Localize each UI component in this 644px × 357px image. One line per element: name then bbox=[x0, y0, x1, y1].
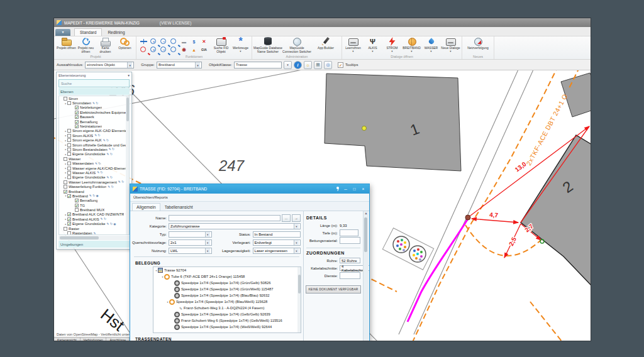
ribbon-button[interactable]: Leerrohren ▾ bbox=[343, 36, 363, 53]
layer-action-icons[interactable]: ✎ ↻ bbox=[95, 162, 101, 165]
map-view-tab[interactable]: Anschlüsse bbox=[106, 338, 130, 341]
layer-action-icons[interactable]: ✎ ↻ bbox=[94, 134, 100, 137]
layer-tree-item[interactable]: ✓ Breitband bbox=[60, 189, 129, 194]
ribbon-button[interactable]: * Werkzeuge ▾ bbox=[231, 36, 250, 54]
layer-checkbox[interactable]: ✓ bbox=[75, 115, 79, 119]
map-tool-button[interactable]: $ bbox=[189, 38, 199, 45]
layer-checkbox[interactable]: ✓ bbox=[67, 194, 71, 198]
layer-action-icons[interactable]: ✎ ↻ bbox=[97, 171, 103, 174]
selected-trasse-line[interactable] bbox=[408, 219, 468, 322]
layer-checkbox[interactable] bbox=[64, 180, 67, 184]
layer-action-icons[interactable]: ✎ ↻ ◉ bbox=[89, 194, 99, 197]
layer-checkbox[interactable]: ✓ bbox=[75, 106, 79, 109]
dialog-scrollbar[interactable]: ▲ bbox=[363, 211, 369, 341]
dialog-menu[interactable]: Übersichten/Reports bbox=[130, 194, 369, 202]
map-viewport[interactable]: 246 247 1 2 Hst 2xTKF-ACE DBT 24+1 O 13,… bbox=[54, 70, 591, 341]
minimize-button[interactable]: ─ bbox=[342, 187, 349, 191]
ribbon-button[interactable]: Ψ ALKIS ▾ bbox=[363, 36, 382, 53]
objectclass-input[interactable]: Trasse bbox=[234, 62, 282, 69]
pin-icon[interactable] bbox=[335, 186, 340, 192]
layer-tree-item[interactable]: ▸ Wasser ALKIS ✎ ↻ bbox=[64, 170, 129, 175]
layer-tree-scrollbar[interactable] bbox=[126, 96, 129, 234]
junction-node[interactable] bbox=[465, 215, 470, 220]
layer-tree-item[interactable]: ▸ Wasserdaten ✎ ↻ bbox=[64, 161, 129, 165]
layer-checkbox[interactable]: ✓ bbox=[75, 204, 79, 207]
ribbon-button[interactable]: BREITBAND ▾ bbox=[402, 36, 421, 53]
layer-tree-item[interactable]: ▸ ✓ Breitband ALKIS ✎ ↻ bbox=[64, 217, 129, 221]
belegung-scrollbar[interactable] bbox=[297, 267, 301, 332]
documents-button[interactable]: KEINE DOKUMENT VERFÜGBAR bbox=[306, 285, 361, 294]
ribbon-button[interactable]: Karte drucken ▾ bbox=[96, 36, 115, 54]
layer-checkbox[interactable] bbox=[67, 143, 71, 147]
layer-checkbox[interactable] bbox=[67, 171, 71, 175]
layer-action-icons[interactable]: ✎ ↻ bbox=[107, 153, 113, 156]
layer-tree-item[interactable]: Rasterdaten ✎ bbox=[64, 231, 129, 235]
layer-checkbox[interactable] bbox=[67, 167, 71, 170]
cable-distributor-symbol[interactable] bbox=[382, 228, 433, 270]
table-icon[interactable]: ▦ bbox=[314, 61, 322, 69]
ribbon-button[interactable]: MapGuide Database Name Switcher ▾ bbox=[253, 36, 282, 54]
layer-checkbox[interactable]: ✓ bbox=[75, 111, 79, 114]
dialog-title-bar[interactable]: TRASSE (FID: 92704) - BREITBAND ─ □ × bbox=[130, 184, 369, 194]
group-select[interactable]: Breitband▾ bbox=[157, 62, 202, 69]
status-input[interactable]: In Bestand bbox=[253, 231, 301, 238]
layer-checkbox[interactable] bbox=[64, 185, 67, 189]
layer-tree-item[interactable]: ✓ TG bbox=[72, 203, 129, 207]
layer-checkbox[interactable] bbox=[67, 152, 71, 156]
layer-checkbox[interactable]: ✓ bbox=[67, 212, 71, 216]
layer-checkbox[interactable] bbox=[67, 134, 71, 138]
layer-checkbox[interactable] bbox=[67, 138, 71, 142]
layer-tree-item[interactable]: ▸ Wasser eigene ALK/CAD-Elemente bbox=[64, 166, 129, 170]
layer-tree-item[interactable]: ▸ Strom Bestandsdaten ✎ ↻ bbox=[64, 147, 129, 151]
rohre-input[interactable]: 52 Rohre bbox=[340, 258, 360, 263]
layer-action-icons[interactable]: ✎ ↻ bbox=[108, 185, 113, 189]
ribbon-button[interactable]: Netzverfolgung ▾ bbox=[464, 36, 492, 51]
app-menu-button[interactable]: ▾ bbox=[55, 29, 70, 36]
layer-tree-item[interactable]: ▸ Strom ALKIS ✎ ↻ bbox=[64, 133, 129, 138]
map-tool-button[interactable]: GIA bbox=[199, 46, 209, 53]
goto-button[interactable]: → bbox=[292, 214, 301, 222]
layer-tree-item[interactable]: Raster bbox=[60, 226, 129, 231]
layer-tree-item[interactable]: Wasser bbox=[60, 157, 129, 161]
info-icon[interactable]: i bbox=[294, 61, 302, 69]
layer-checkbox[interactable] bbox=[67, 129, 71, 133]
browse-button[interactable]: ... bbox=[282, 214, 291, 222]
map-view-tab[interactable]: Kartenansicht bbox=[54, 338, 80, 341]
collapse-icon[interactable]: ▾ bbox=[128, 74, 130, 77]
belegung-item[interactable]: ▾ Tube 6 (TKF-ACE DBT 24+1 Orange) 11545… bbox=[161, 273, 301, 280]
belegung-item[interactable]: Speedpipe 1x7/4 (Speedpipe 1x7/4) (Grün/… bbox=[171, 286, 301, 292]
layer-tree-item[interactable]: ▸ Eigene Grundstücke ✎ ↻ bbox=[64, 152, 129, 157]
layer-checkbox[interactable]: ✓ bbox=[75, 124, 79, 128]
layer-checkbox[interactable] bbox=[75, 208, 79, 212]
layer-action-icons[interactable]: ✎ ↻ bbox=[103, 139, 109, 142]
layer-tree-item[interactable]: ▾ ✓ Breitband ✎ ↻ ◉ bbox=[64, 194, 129, 198]
layer-tree-item[interactable]: Strom bbox=[60, 96, 129, 101]
building-1[interactable] bbox=[325, 74, 461, 171]
layer-tree-item[interactable]: ▸ Stromdaten ✎ ↻ bbox=[64, 101, 129, 105]
layer-action-icons[interactable]: ✎ ↻ bbox=[107, 176, 113, 179]
belegung-item[interactable]: Speedpipe 1x7/4 (Speedpipe 1x7/4) (Blau/… bbox=[171, 292, 301, 299]
ribbon-button[interactable]: Suche FID Objekt ▾ bbox=[211, 36, 231, 54]
name-input[interactable] bbox=[169, 215, 280, 221]
node-marker-green[interactable] bbox=[540, 239, 544, 243]
layer-tree-item[interactable]: Wasser Leerrohrmanagement ✎ ↻ bbox=[60, 180, 129, 184]
layer-checkbox[interactable] bbox=[67, 231, 71, 235]
maximize-button[interactable]: □ bbox=[351, 187, 358, 191]
dialog-tab[interactable]: Tabellenansicht bbox=[160, 203, 197, 211]
ribbon-button[interactable]: WASSER ▾ bbox=[421, 36, 441, 53]
ribbon-button[interactable]: Optionen ▾ bbox=[115, 36, 135, 51]
layer-tree-item[interactable]: ▸ Strom eigene ALK-CAD Elemente bbox=[64, 129, 129, 133]
map-tool-button[interactable]: ▲ bbox=[189, 46, 199, 53]
layer-tree-item[interactable]: ▸ ✓ Eigene Grundstücke ✎ ↻ ◉ bbox=[64, 222, 129, 226]
layer-checkbox[interactable] bbox=[67, 101, 71, 105]
belegung-item[interactable]: Franz-Schubert-Weg 6 (Speedpipe 1x7/4) (… bbox=[171, 317, 301, 324]
layer-checkbox[interactable] bbox=[67, 175, 71, 179]
typ-select[interactable]: ▾ bbox=[169, 231, 212, 238]
ribbon-tab[interactable]: Standard bbox=[74, 28, 102, 36]
querschnitt-select[interactable]: 2x1▾ bbox=[169, 239, 212, 246]
layer-action-icons[interactable]: ✎ bbox=[94, 232, 96, 235]
layer-tree-item[interactable]: ✓ Bemaßung bbox=[72, 199, 129, 203]
ribbon-button[interactable]: STROM ▾ bbox=[382, 36, 402, 53]
belegung-item[interactable]: ▾ Trasse 92704 bbox=[155, 267, 301, 273]
layer-tree-item[interactable]: Wasserleitung Funktion ✎ ↻ bbox=[60, 184, 129, 189]
